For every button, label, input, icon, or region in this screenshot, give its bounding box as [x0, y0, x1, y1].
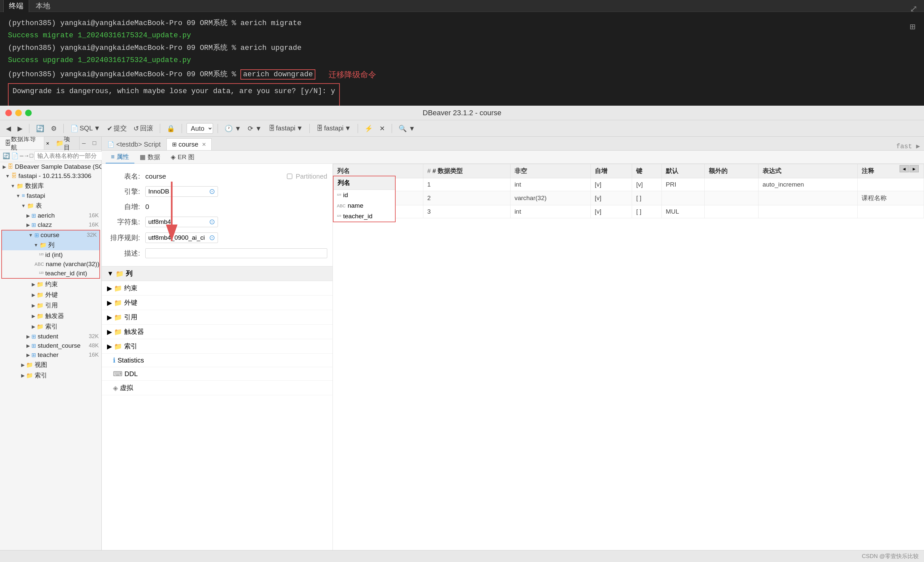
lock-button[interactable]: 🔒 [165, 124, 177, 133]
sidebar-toolbar-btn2[interactable]: 📄 [11, 151, 18, 160]
tree-item-views[interactable]: ▶ 📁 视图 [0, 360, 101, 370]
close-button[interactable] [5, 109, 12, 116]
col-panel-name[interactable]: ABC name [333, 201, 395, 211]
indexes-label: 索引 [45, 322, 58, 331]
description-input[interactable] [145, 248, 327, 258]
student-label: student [38, 333, 58, 340]
toolbar-time-btn[interactable]: 🕐 ▼ [223, 124, 243, 133]
tree-item-databases[interactable]: ▼ 📁 数据库 [0, 181, 101, 191]
table-row-id[interactable]: ¹²³ id 1 int [v] [v] PRI auto_incr [333, 178, 924, 191]
tree-item-col-teacher-id[interactable]: ¹²³ teacher_id (int) [2, 269, 99, 278]
cols-section-arrow: ▼ [107, 270, 114, 277]
toolbar-filter-btn[interactable]: ⟳ ▼ [246, 124, 264, 133]
triggers-section[interactable]: ▶ 📁 触发器 [102, 325, 333, 339]
fast-btn[interactable]: fast ▶ [892, 142, 924, 150]
row-name-default [704, 191, 758, 205]
course-tab-icon: ⊞ [172, 141, 177, 148]
editor-tab-course[interactable]: ⊞ course ✕ [166, 138, 212, 150]
virtual-section[interactable]: ◈ 虚拟 [102, 381, 333, 395]
sidebar-tab-db[interactable]: 🗄 数据库导航 [0, 137, 44, 150]
sidebar-maximize-btn[interactable]: □ [90, 139, 99, 148]
back-button[interactable]: ◀ [4, 124, 13, 133]
sidebar-minimize-btn[interactable]: — [80, 139, 88, 148]
toolbar-btn-refresh[interactable]: 🔄 [34, 124, 46, 133]
fastapi-btn1[interactable]: 🗄 fastapi ▼ [267, 124, 305, 133]
sidebar-toolbar-btn5[interactable]: □ [30, 151, 33, 160]
scroll-right-btn[interactable]: ▶ [909, 165, 919, 172]
tree-item-fastapi-conn[interactable]: ▼ 🗄 fastapi - 10.211.55.3:3306 [0, 171, 101, 181]
collation-dropdown[interactable]: utf8mb4_0900_ai_ci ⊙ [145, 232, 218, 243]
views-label: 视图 [34, 361, 47, 369]
indexes-section[interactable]: ▶ 📁 索引 [102, 339, 333, 354]
col-panel-id[interactable]: ¹²³ id [333, 190, 395, 201]
tree-item-col-name[interactable]: ABC name (varchar(32)) [2, 259, 99, 269]
sidebar-toolbar-btn4[interactable]: → [25, 151, 28, 160]
editor-tab-script[interactable]: 📄 <testdb> Script [102, 138, 166, 150]
minimize-button[interactable] [15, 109, 22, 116]
sidebar-sep: ✕ [44, 140, 51, 147]
cols-section-header[interactable]: ▼ 📁 列 [102, 267, 333, 281]
submit-button[interactable]: ✔ 提交 [105, 123, 129, 133]
teacher-icon: ⊞ [32, 352, 36, 358]
tree-item-col-id[interactable]: ¹²³ id (int) [2, 250, 99, 259]
sql-button[interactable]: 📄 SQL ▼ [68, 124, 102, 133]
tree-item-cols-folder[interactable]: ▼ 📁 列 [2, 240, 99, 250]
tree-item-clazz[interactable]: ▶ ⊞ clazz 16K [0, 220, 101, 229]
tree-item-tables-folder[interactable]: ▼ 📁 表 [0, 201, 101, 211]
sidebar-tab-project[interactable]: 📁 项目 [51, 137, 80, 150]
tree-item-refs[interactable]: ▶ 📁 引用 [0, 300, 101, 311]
ddl-section[interactable]: ⌨ DDL [102, 367, 333, 381]
tree-item-indexes-top[interactable]: ▶ 📁 索引 [0, 370, 101, 381]
tree-item-sample-db[interactable]: ▶ 🗄 DBeaver Sample Database (SQLite) [0, 162, 101, 171]
scroll-left-btn[interactable]: ◀ [900, 165, 909, 172]
sidebar-toolbar-btn3[interactable]: — [20, 151, 24, 160]
conn-btn[interactable]: ⚡ [363, 124, 375, 133]
tree-item-fastapi-schema[interactable]: ▼ ≡ fastapi [0, 191, 101, 201]
tree-item-course[interactable]: ▼ ⊞ course 32K [2, 231, 99, 240]
constraints-section[interactable]: ▶ 📁 约束 [102, 281, 333, 295]
tree-item-constraints[interactable]: ▶ 📁 约束 [0, 279, 101, 289]
rollback-button[interactable]: ↺ 回滚 [131, 123, 155, 133]
panel-tab-data[interactable]: ▦ 数据 [134, 151, 165, 163]
forward-button[interactable]: ▶ [15, 124, 24, 133]
refs-section[interactable]: ▶ 📁 引用 [102, 310, 333, 325]
tree-arrow-clazz: ▶ [26, 222, 30, 228]
col-panel-teacher-id-label: teacher_id [343, 213, 372, 220]
charset-dropdown[interactable]: utf8mb4 ⊙ [145, 217, 218, 227]
indexes-icon2: 📁 [114, 342, 122, 350]
auto-dropdown[interactable]: Auto [187, 123, 213, 134]
sidebar-toolbar-btn1[interactable]: 🔄 [3, 151, 10, 160]
th-extra: 额外的 [704, 164, 758, 178]
tree-item-teacher[interactable]: ▶ ⊞ teacher 16K [0, 350, 101, 360]
terminal-tab-local[interactable]: 本地 [30, 0, 56, 12]
ddl-icon: ⌨ [113, 370, 123, 378]
panel-tab-er[interactable]: ◈ ER 图 [165, 151, 200, 163]
toolbar-btn-settings[interactable]: ⚙ [49, 124, 59, 133]
tree-item-fk[interactable]: ▶ 📁 外键 [0, 289, 101, 300]
fastapi-btn2[interactable]: 🗄 fastapi ▼ [314, 124, 353, 133]
cols-folder-label: 列 [48, 241, 54, 249]
course-tab-close[interactable]: ✕ [202, 141, 206, 148]
tree-item-triggers[interactable]: ▶ 📁 触发器 [0, 311, 101, 321]
disconn-btn[interactable]: ✕ [378, 124, 387, 133]
tree-item-aerich[interactable]: ▶ ⊞ aerich 16K [0, 211, 101, 220]
engine-dropdown[interactable]: InnoDB ⊙ [145, 186, 218, 197]
prop-row-collation: 排序规则: utf8mb4_0900_ai_ci ⊙ [102, 230, 333, 246]
tree-arrow-tables: ▼ [21, 203, 26, 208]
table-row-name[interactable]: ABC name 2 varchar(32) [v] [ ] [333, 191, 924, 205]
panel-tab-properties[interactable]: ≡ 属性 [106, 151, 134, 163]
terminal-tabs: 终端 本地 [0, 0, 924, 12]
table-row-teacher-id[interactable]: ¹²³ teacher_id 3 int [v] [ ] MUL [333, 205, 924, 218]
maximize-button[interactable] [25, 109, 32, 116]
fk-section[interactable]: ▶ 📁 外键 [102, 295, 333, 310]
terminal-tab-terminal[interactable]: 终端 [3, 0, 29, 12]
partitioned-checkbox[interactable] [287, 174, 292, 179]
col-panel-teacher-id[interactable]: ¹²³ teacher_id [333, 211, 395, 222]
tree-item-indexes[interactable]: ▶ 📁 索引 [0, 321, 101, 332]
tree-arrow-indexes: ▶ [32, 324, 35, 329]
search-btn[interactable]: 🔍 ▼ [397, 124, 417, 133]
tree-item-student-course[interactable]: ▶ ⊞ student_course 48K [0, 341, 101, 350]
tree-item-student[interactable]: ▶ ⊞ student 32K [0, 332, 101, 341]
statistics-section[interactable]: ℹ Statistics [102, 354, 333, 367]
tree-arrow-course: ▼ [28, 232, 33, 238]
